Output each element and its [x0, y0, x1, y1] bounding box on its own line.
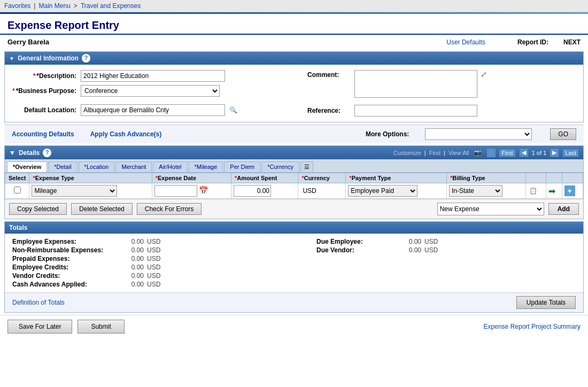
non-reimbursable-row: Non-Reimbursable Expenses: 0.00 USD: [12, 246, 293, 254]
user-name: Gerry Barela: [7, 38, 436, 46]
cash-advances-label: Cash Advances Applied:: [12, 281, 114, 288]
business-purpose-row: *Business Purpose: Conference Training M…: [12, 85, 291, 97]
reference-row: Reference:: [307, 105, 576, 117]
details-collapse-icon[interactable]: ▼: [9, 149, 16, 157]
tab-detail[interactable]: *Detail: [48, 161, 77, 172]
calendar-icon[interactable]: 📅: [199, 186, 208, 195]
business-purpose-label: *Business Purpose:: [12, 87, 76, 95]
delete-selected-button[interactable]: Delete Selected: [71, 203, 133, 215]
col-currency: *Currency: [298, 173, 346, 183]
expense-type-select[interactable]: Mileage Air Travel Hotel Meals Other: [32, 185, 117, 197]
reference-input[interactable]: [354, 105, 477, 117]
tab-currency[interactable]: *Currency: [261, 161, 299, 172]
row-amount-spent-cell: [231, 183, 298, 199]
amount-spent-input[interactable]: [234, 185, 271, 197]
prepaid-currency: USD: [147, 255, 160, 262]
default-location-input[interactable]: [81, 104, 225, 116]
row-detail-icon[interactable]: 📋: [528, 187, 538, 195]
row-detail-icon-cell: 📋: [525, 183, 546, 199]
general-info-help-icon[interactable]: ?: [82, 54, 90, 63]
row-expense-type-cell: Mileage Air Travel Hotel Meals Other: [29, 183, 152, 199]
definition-of-totals-link[interactable]: Definition of Totals: [12, 299, 65, 306]
nav-favorites[interactable]: Favorites: [4, 2, 30, 10]
grid-view-icon[interactable]: [487, 149, 496, 157]
expand-icon[interactable]: ⤢: [481, 70, 487, 79]
report-id-label: Report ID:: [517, 38, 548, 46]
next-btn[interactable]: ▶: [550, 148, 559, 157]
col-add: [562, 173, 583, 183]
first-btn[interactable]: First: [499, 149, 515, 157]
go-button[interactable]: GO: [550, 128, 576, 140]
comment-textarea[interactable]: [354, 70, 477, 98]
top-navigation: Favorites | Main Menu > Travel and Expen…: [0, 0, 588, 12]
user-row: Gerry Barela User Defaults Report ID: NE…: [0, 35, 588, 49]
more-options-label: More Options:: [366, 130, 409, 138]
row-payment-type-cell: Employee Paid Company Card Direct Bill: [346, 183, 447, 199]
tab-mileage[interactable]: *Mileage: [189, 161, 223, 172]
save-for-later-button[interactable]: Save For Later: [7, 320, 72, 334]
tab-extra[interactable]: ☰: [300, 161, 313, 172]
col-move: [546, 173, 562, 183]
table-row: Mileage Air Travel Hotel Meals Other 📅 U…: [5, 183, 583, 199]
description-input[interactable]: [81, 70, 225, 82]
row-checkbox[interactable]: [14, 187, 21, 194]
find-link[interactable]: Find: [429, 150, 440, 156]
vendor-credits-label: Vendor Credits:: [12, 272, 114, 280]
pagination-info: 1 of 1: [532, 150, 547, 156]
row-checkbox-cell: [5, 183, 29, 199]
billing-type-select[interactable]: In-State Out-of-State International: [449, 185, 502, 197]
copy-selected-button[interactable]: Copy Selected: [9, 203, 67, 215]
employee-credits-row: Employee Credits: 0.00 USD: [12, 264, 293, 271]
general-info-title: General Information: [18, 55, 79, 62]
totals-header: Totals: [5, 222, 583, 234]
tab-per-diem[interactable]: Per Diem: [224, 161, 260, 172]
row-add-button[interactable]: +: [564, 185, 575, 196]
report-id-value: NEXT: [563, 38, 581, 46]
vendor-credits-currency: USD: [147, 272, 160, 280]
row-move-icon[interactable]: ➡: [548, 187, 555, 196]
nav-travel[interactable]: Travel and Expenses: [81, 2, 141, 10]
vendor-credits-row: Vendor Credits: 0.00 USD: [12, 272, 293, 280]
accounting-defaults-link[interactable]: Accounting Defaults: [12, 130, 74, 138]
collapse-icon[interactable]: ▼: [9, 56, 14, 61]
prev-btn[interactable]: ◀: [519, 148, 529, 157]
due-vendor-label: Due Vendor:: [316, 246, 391, 254]
description-row: *Description:: [12, 70, 291, 82]
tab-airhotel[interactable]: Air/Hotel: [153, 161, 187, 172]
update-totals-button[interactable]: Update Totals: [516, 296, 576, 309]
default-location-row: Default Location: 🔍: [12, 104, 291, 116]
check-errors-button[interactable]: Check For Errors: [137, 203, 202, 215]
location-search-icon[interactable]: 🔍: [229, 106, 237, 114]
last-btn[interactable]: Last: [562, 149, 579, 157]
reference-label: Reference:: [307, 107, 350, 114]
apply-cash-advance-link[interactable]: Apply Cash Advance(s): [90, 130, 162, 138]
due-vendor-amount: 0.00: [394, 246, 421, 254]
bottom-buttons: Save For Later Submit Expense Report Pro…: [0, 315, 588, 338]
details-header: ▼ Details ? Customize | Find | View All …: [5, 146, 583, 159]
details-help-icon[interactable]: ?: [43, 149, 51, 157]
expense-date-input[interactable]: [154, 185, 197, 197]
tab-merchant[interactable]: Merchant: [115, 161, 152, 172]
payment-type-select[interactable]: Employee Paid Company Card Direct Bill: [348, 185, 417, 197]
default-location-label: Default Location:: [12, 106, 76, 114]
prepaid-amount: 0.00: [117, 255, 144, 262]
details-table: Select *Expense Type *Expense Date *Amou…: [5, 173, 583, 199]
tabs-row: *Overview *Detail *Location Merchant Air…: [5, 159, 583, 173]
nav-main-menu[interactable]: Main Menu: [38, 2, 70, 10]
view-all-link[interactable]: View All: [448, 150, 469, 156]
cash-advances-amount: 0.00: [117, 281, 144, 288]
new-expense-select[interactable]: New Expense: [437, 203, 544, 215]
tab-location[interactable]: *Location: [79, 161, 115, 172]
description-label: *Description:: [12, 72, 76, 80]
add-button[interactable]: Add: [548, 203, 579, 215]
action-buttons-row: Copy Selected Delete Selected Check For …: [5, 199, 583, 219]
more-options-select[interactable]: [425, 128, 532, 140]
business-purpose-select[interactable]: Conference Training Meeting Other: [81, 85, 220, 97]
user-defaults-link[interactable]: User Defaults: [446, 38, 485, 46]
project-summary-link[interactable]: Expense Report Project Summary: [484, 323, 581, 330]
due-employee-label: Due Employee:: [316, 238, 391, 245]
submit-button[interactable]: Submit: [78, 320, 124, 334]
due-employee-amount: 0.00: [394, 238, 421, 245]
customize-link[interactable]: Customize: [393, 150, 421, 156]
tab-overview[interactable]: *Overview: [7, 161, 47, 172]
